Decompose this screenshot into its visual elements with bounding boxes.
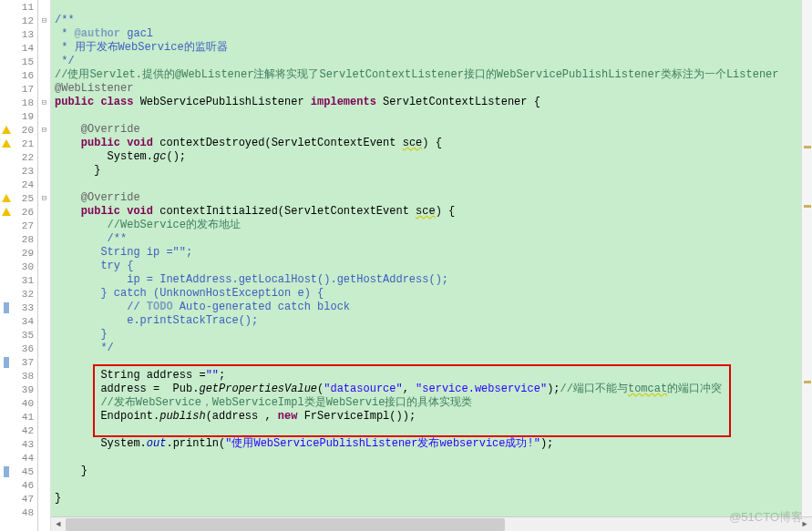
line-number[interactable]: 39 <box>13 384 37 395</box>
code-line[interactable] <box>51 424 812 437</box>
scroll-track[interactable] <box>66 518 797 531</box>
fold-toggle <box>38 505 50 519</box>
line-number[interactable]: 23 <box>13 166 37 177</box>
line-number[interactable]: 17 <box>13 84 37 95</box>
line-number[interactable]: 47 <box>13 494 37 505</box>
line-number[interactable]: 20 <box>13 125 37 136</box>
line-number[interactable]: 21 <box>13 138 37 149</box>
warning-icon[interactable] <box>2 208 11 216</box>
token: ) { <box>436 205 456 218</box>
line-number[interactable]: 24 <box>13 179 37 190</box>
line-number[interactable]: 16 <box>13 70 37 81</box>
code-line[interactable]: } <box>51 465 812 478</box>
fold-toggle[interactable]: ⊟ <box>38 123 50 137</box>
code-line[interactable]: @WebListener <box>51 82 812 96</box>
code-line[interactable]: } catch (UnknownHostException e) { <box>51 287 812 301</box>
line-number[interactable]: 14 <box>13 43 37 54</box>
line-number[interactable]: 31 <box>13 275 37 286</box>
code-line[interactable]: Endpoint.publish(address , new FrService… <box>51 410 812 424</box>
line-number[interactable]: 25 <box>13 193 37 204</box>
line-number[interactable]: 40 <box>13 398 37 409</box>
line-number[interactable]: 42 <box>13 425 37 436</box>
line-number[interactable]: 45 <box>13 466 37 477</box>
token <box>55 205 81 218</box>
line-number[interactable]: 48 <box>13 507 37 518</box>
code-line[interactable]: @Override <box>51 123 812 137</box>
warning-icon[interactable] <box>2 126 11 134</box>
fold-toggle <box>38 205 50 219</box>
code-line[interactable] <box>51 0 812 14</box>
line-number[interactable]: 12 <box>13 15 37 26</box>
token: e.printStackTrace(); <box>55 314 258 327</box>
code-line[interactable]: @Override <box>51 191 812 205</box>
line-number[interactable]: 29 <box>13 248 37 259</box>
line-number[interactable]: 30 <box>13 261 37 272</box>
code-line[interactable]: } <box>51 164 812 178</box>
code-line[interactable]: System.gc(); <box>51 150 812 164</box>
code-line[interactable] <box>51 355 812 369</box>
code-line[interactable]: String address =""; <box>51 369 812 383</box>
code-line[interactable]: System.out.println("使用WebServicePublishL… <box>51 437 812 451</box>
line-number[interactable]: 43 <box>13 439 37 450</box>
line-number[interactable]: 19 <box>13 111 37 122</box>
gutter-row: 29 <box>0 246 37 260</box>
gutter-row: 41 <box>0 410 37 424</box>
code-line[interactable]: String ip =""; <box>51 246 812 260</box>
scroll-left-arrow[interactable]: ◄ <box>51 517 66 532</box>
line-number[interactable]: 27 <box>13 220 37 231</box>
code-line[interactable]: } <box>51 492 812 505</box>
code-line[interactable]: } <box>51 328 812 342</box>
line-number[interactable]: 11 <box>13 2 37 13</box>
code-line[interactable]: /** <box>51 232 812 246</box>
code-line[interactable]: public void contextDestroyed(ServletCont… <box>51 137 812 150</box>
scroll-thumb[interactable] <box>66 518 505 531</box>
code-line[interactable]: * 用于发布WebService的监听器 <box>51 41 812 55</box>
code-line[interactable] <box>51 109 812 123</box>
line-number[interactable]: 13 <box>13 29 37 40</box>
token <box>55 355 100 368</box>
line-number[interactable]: 28 <box>13 234 37 245</box>
line-number[interactable]: 18 <box>13 97 37 108</box>
line-number[interactable]: 26 <box>13 207 37 218</box>
fold-toggle <box>38 465 50 478</box>
code-line[interactable]: public class WebServicePublishListener i… <box>51 96 812 109</box>
fold-toggle[interactable]: ⊟ <box>38 96 50 109</box>
code-line[interactable]: e.printStackTrace(); <box>51 314 812 328</box>
code-line[interactable]: //WebService的发布地址 <box>51 219 812 232</box>
line-number[interactable]: 22 <box>13 152 37 163</box>
line-number[interactable]: 44 <box>13 453 37 464</box>
code-line[interactable]: ip = InetAddress.getLocalHost().getHostA… <box>51 273 812 287</box>
line-number[interactable]: 37 <box>13 357 37 368</box>
warning-icon[interactable] <box>2 139 11 148</box>
code-line[interactable]: try { <box>51 260 812 273</box>
code-line[interactable]: address = Pub.getPropertiesValue("dataso… <box>51 383 812 396</box>
code-line[interactable] <box>51 478 812 492</box>
horizontal-scrollbar[interactable]: ◄ ► <box>51 516 812 531</box>
line-number[interactable]: 38 <box>13 371 37 382</box>
token: ); <box>540 437 553 450</box>
fold-toggle[interactable]: ⊟ <box>38 191 50 205</box>
code-line[interactable]: //发布WebService，WebServiceImpl类是WebServie… <box>51 396 812 410</box>
code-line[interactable] <box>51 451 812 465</box>
code-line[interactable]: */ <box>51 55 812 68</box>
code-line[interactable]: /** <box>51 14 812 27</box>
code-line[interactable] <box>51 178 812 191</box>
warning-icon[interactable] <box>2 194 11 202</box>
line-number[interactable]: 32 <box>13 289 37 300</box>
line-number[interactable]: 15 <box>13 56 37 67</box>
code-area[interactable]: /** * @author gacl * 用于发布WebService的监听器 … <box>51 0 812 531</box>
line-number[interactable]: 34 <box>13 316 37 327</box>
line-number[interactable]: 33 <box>13 302 37 313</box>
code-line[interactable]: // TODO Auto-generated catch block <box>51 301 812 314</box>
code-line[interactable]: * @author gacl <box>51 27 812 41</box>
line-number[interactable]: 41 <box>13 412 37 423</box>
token: "使用WebServicePublishListener发布webservice… <box>225 437 540 450</box>
code-line[interactable]: public void contextInitialized(ServletCo… <box>51 205 812 219</box>
line-number[interactable]: 46 <box>13 480 37 491</box>
code-line[interactable]: */ <box>51 342 812 355</box>
line-number[interactable]: 35 <box>13 330 37 341</box>
line-number[interactable]: 36 <box>13 343 37 354</box>
code-line[interactable]: //使用Servlet.提供的@WebListener注解将实现了Servlet… <box>51 68 812 82</box>
token: ip = InetAddress.getLocalHost().getHostA… <box>55 273 448 286</box>
fold-toggle[interactable]: ⊟ <box>38 14 50 27</box>
